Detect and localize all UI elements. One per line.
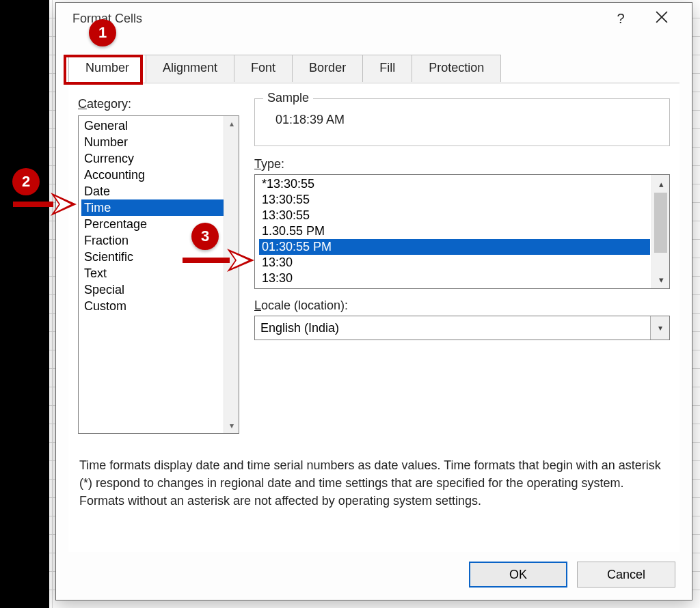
format-details: Sample 01:18:39 AM Type: *13:30:5513:30:… [254,97,670,340]
tabs-row: Number Alignment Font Border Fill Protec… [68,55,692,82]
tab-label: Alignment [163,61,217,74]
close-icon [656,11,668,23]
chevron-up-icon[interactable]: ▴ [224,116,239,131]
type-item[interactable]: 13:30 [259,271,650,286]
chevron-down-icon[interactable]: ▾ [224,418,239,433]
type-item[interactable]: 01:30:55 PM [259,239,650,255]
type-label: Type: [254,157,670,171]
sample-value: 01:18:39 AM [275,113,660,127]
locale-dropdown[interactable]: English (India) ▾ [254,316,670,340]
type-scrollbar[interactable]: ▴ ▾ [651,175,669,288]
tab-border[interactable]: Border [292,55,363,82]
annotation-badge-3: 3 [191,223,219,250]
annotation-badge-1: 1 [89,19,116,46]
tab-content: Category: GeneralNumberCurrencyAccountin… [68,83,679,552]
tab-label: Border [309,61,346,74]
ok-button[interactable]: OK [469,562,567,588]
locale-section: Locale (location): English (India) ▾ [254,299,670,340]
sample-label: Sample [263,91,313,105]
close-button[interactable] [641,11,682,27]
type-item[interactable]: 13:30 [259,255,650,271]
locale-label: Locale (location): [254,299,670,313]
tab-label: Protection [429,61,484,74]
category-item[interactable]: Custom [81,298,224,314]
type-item[interactable]: 1.30.55 PM [259,223,650,239]
help-button[interactable]: ? [600,11,641,27]
annotation-highlight-number-tab [64,55,143,85]
tab-label: Fill [379,61,395,74]
category-item[interactable]: Number [81,134,224,150]
tab-fill[interactable]: Fill [362,55,412,82]
titlebar: Format Cells ? [56,3,692,34]
type-item[interactable]: 13:30:55 [259,192,650,208]
cancel-button[interactable]: Cancel [577,562,675,588]
category-item[interactable]: Currency [81,150,224,167]
category-item[interactable]: General [81,118,224,134]
category-item[interactable]: Date [81,183,224,199]
type-section: Type: *13:30:5513:30:5513:30:551.30.55 P… [254,157,670,289]
sample-groupbox: Sample 01:18:39 AM [254,98,670,146]
type-listbox[interactable]: *13:30:5513:30:5513:30:551.30.55 PM01:30… [254,174,670,289]
locale-value: English (India) [260,321,339,335]
button-label: Cancel [607,568,645,582]
annotation-badge-2: 2 [12,168,40,195]
button-label: OK [509,568,527,582]
annotation-arrow-3 [179,246,256,275]
format-cells-dialog: Format Cells ? Number Alignment Font Bor… [55,2,692,600]
category-scrollbar[interactable]: ▴ ▾ [224,116,239,433]
category-item[interactable]: Time [81,199,224,216]
chevron-down-icon[interactable]: ▾ [652,271,670,288]
type-item[interactable]: *13:30:55 [259,176,650,192]
tab-font[interactable]: Font [234,55,293,82]
tab-alignment[interactable]: Alignment [146,55,234,82]
category-listbox[interactable]: GeneralNumberCurrencyAccountingDateTimeP… [78,115,239,434]
chevron-down-icon[interactable]: ▾ [650,316,669,340]
tab-protection[interactable]: Protection [412,55,501,82]
category-item[interactable]: Accounting [81,167,224,183]
format-description: Time formats display date and time seria… [79,456,669,510]
scrollbar-thumb[interactable] [654,193,667,253]
category-item[interactable]: Special [81,281,224,298]
chevron-up-icon[interactable]: ▴ [652,175,670,193]
type-item[interactable]: 13:30:55 [259,208,650,223]
category-label: Category: [78,97,239,111]
dialog-buttons: OK Cancel [469,562,675,588]
tab-label: Font [251,61,275,74]
black-sidebar [0,0,49,608]
